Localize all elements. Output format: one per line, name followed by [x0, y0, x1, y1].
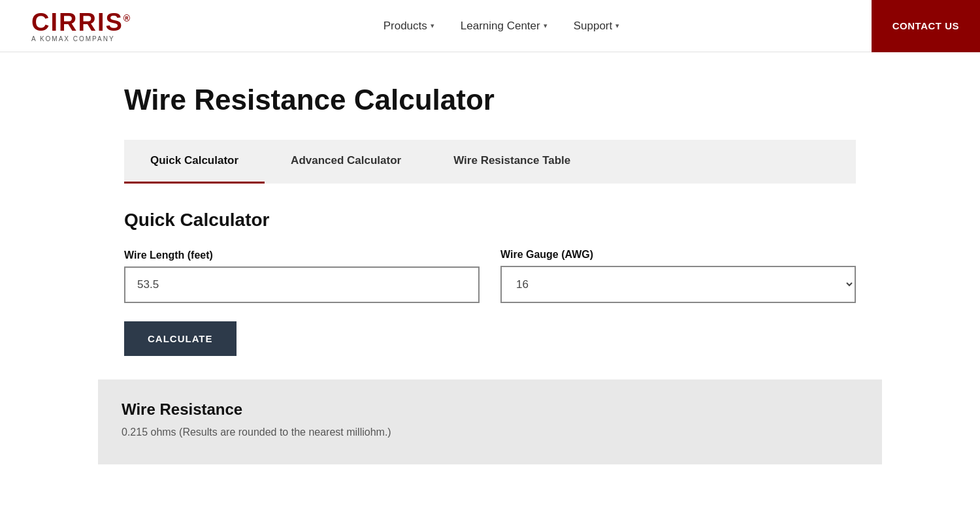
wire-gauge-group: Wire Gauge (AWG) 4 6 8 10 12 14 16 18 20… — [500, 249, 856, 303]
nav-support[interactable]: Support ▾ — [574, 20, 620, 33]
section-title: Quick Calculator — [124, 210, 856, 231]
nav-learning-center[interactable]: Learning Center ▾ — [461, 20, 547, 33]
tabs-bar: Quick Calculator Advanced Calculator Wir… — [124, 140, 856, 184]
chevron-down-icon: ▾ — [431, 22, 434, 30]
wire-length-label: Wire Length (feet) — [124, 249, 480, 261]
chevron-down-icon: ▾ — [615, 22, 619, 30]
tab-advanced-calculator[interactable]: Advanced Calculator — [265, 140, 427, 184]
logo: CIRRIS® A KOMAX COMPANY — [31, 10, 131, 42]
logo-registered: ® — [123, 13, 131, 24]
tab-wire-resistance-table[interactable]: Wire Resistance Table — [427, 140, 596, 184]
result-box: Wire Resistance 0.215 ohms (Results are … — [98, 379, 882, 464]
logo-subtitle: A KOMAX COMPANY — [31, 36, 131, 42]
tab-quick-calculator[interactable]: Quick Calculator — [124, 140, 265, 184]
main-nav: Products ▾ Learning Center ▾ Support ▾ — [384, 20, 620, 33]
result-title: Wire Resistance — [122, 400, 858, 419]
fields-row: Wire Length (feet) Wire Gauge (AWG) 4 6 … — [124, 249, 856, 303]
nav-products[interactable]: Products ▾ — [384, 20, 434, 33]
calculate-button[interactable]: CALCULATE — [124, 321, 237, 356]
wire-length-group: Wire Length (feet) — [124, 249, 480, 303]
chevron-down-icon: ▾ — [544, 22, 547, 30]
contact-us-button[interactable]: CONTACT US — [872, 0, 980, 52]
logo-text: CIRRIS® — [31, 10, 131, 35]
wire-length-input[interactable] — [124, 266, 480, 303]
result-value: 0.215 ohms (Results are rounded to the n… — [122, 426, 858, 438]
wire-gauge-select[interactable]: 4 6 8 10 12 14 16 18 20 22 24 26 — [500, 266, 856, 303]
page-title: Wire Resistance Calculator — [124, 84, 856, 116]
wire-gauge-label: Wire Gauge (AWG) — [500, 249, 856, 261]
